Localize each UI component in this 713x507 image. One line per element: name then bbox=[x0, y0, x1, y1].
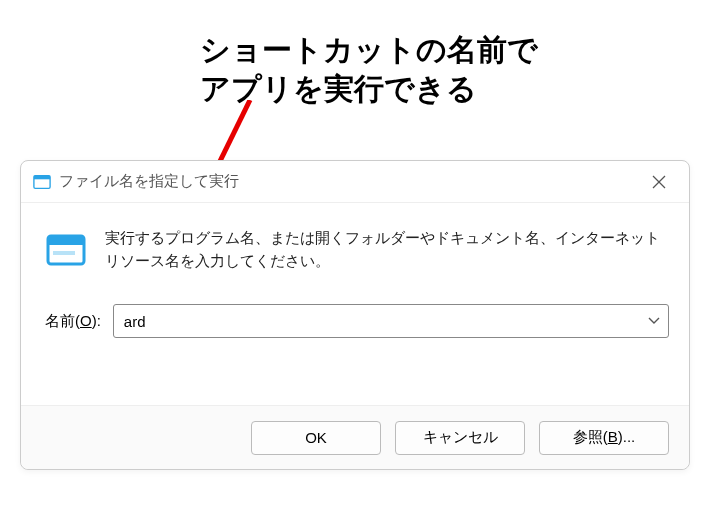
run-big-icon bbox=[45, 229, 87, 271]
dialog-content: 実行するプログラム名、または開くフォルダーやドキュメント名、インターネット リソ… bbox=[21, 203, 689, 338]
close-icon bbox=[652, 175, 666, 189]
cancel-button[interactable]: キャンセル bbox=[395, 421, 525, 455]
annotation-line-2: アプリを実行できる bbox=[200, 72, 477, 105]
svg-rect-7 bbox=[48, 236, 84, 245]
input-label: 名前(O): bbox=[45, 312, 101, 331]
description-row: 実行するプログラム名、または開くフォルダーやドキュメント名、インターネット リソ… bbox=[45, 227, 669, 272]
annotation-line-1: ショートカットの名前で bbox=[200, 33, 538, 66]
dialog-title: ファイル名を指定して実行 bbox=[59, 172, 637, 191]
name-input[interactable] bbox=[114, 313, 640, 330]
titlebar: ファイル名を指定して実行 bbox=[21, 161, 689, 203]
chevron-down-icon[interactable] bbox=[640, 314, 668, 328]
run-dialog-icon bbox=[33, 173, 51, 191]
close-button[interactable] bbox=[637, 161, 681, 202]
name-combobox[interactable] bbox=[113, 304, 669, 338]
svg-rect-8 bbox=[53, 251, 75, 255]
annotation-text: ショートカットの名前で アプリを実行できる bbox=[200, 30, 538, 108]
svg-rect-3 bbox=[34, 175, 50, 179]
run-dialog: ファイル名を指定して実行 実行するプログラム名、または開くフォルダーやドキュメン… bbox=[20, 160, 690, 470]
dialog-description: 実行するプログラム名、または開くフォルダーやドキュメント名、インターネット リソ… bbox=[105, 227, 669, 272]
browse-button[interactable]: 参照(B)... bbox=[539, 421, 669, 455]
button-row: OK キャンセル 参照(B)... bbox=[21, 405, 689, 469]
ok-button[interactable]: OK bbox=[251, 421, 381, 455]
input-row: 名前(O): bbox=[45, 304, 669, 338]
